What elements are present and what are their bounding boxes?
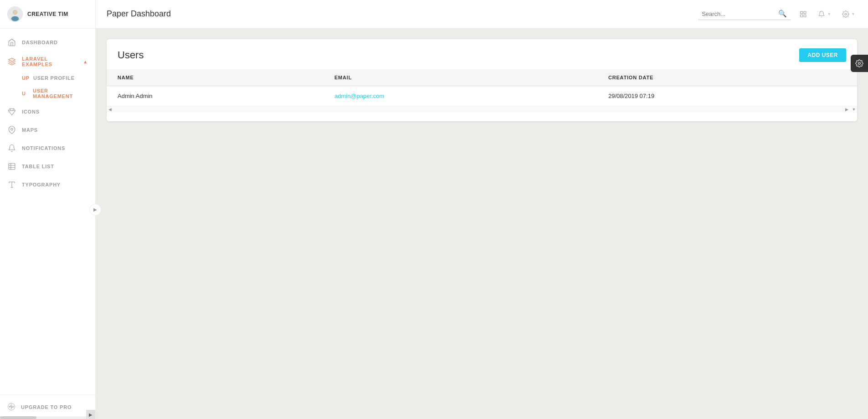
svg-point-14 (858, 62, 861, 65)
grid-icon-button[interactable] (798, 9, 809, 20)
table-body: Admin Admin admin@paper.com 29/08/2019 0… (107, 86, 857, 106)
svg-point-4 (11, 16, 19, 21)
rocket-icon (7, 403, 15, 412)
svg-rect-11 (801, 15, 803, 17)
sidebar-item-user-profile[interactable]: UP USER PROFILE (0, 72, 95, 84)
sidebar-item-typography[interactable]: TYPOGRAPHY (0, 176, 95, 194)
map-pin-icon (7, 125, 16, 134)
sidebar-item-label: MAPS (22, 127, 88, 133)
table-row: Admin Admin admin@paper.com 29/08/2019 0… (107, 86, 857, 106)
svg-rect-12 (804, 15, 806, 17)
card-title: Users (118, 49, 144, 61)
svg-rect-9 (801, 11, 803, 14)
scroll-right-arrow[interactable]: ▶ (843, 106, 850, 113)
dropdown-chevron: ▼ (827, 12, 831, 16)
column-email: EMAIL (324, 69, 597, 86)
cell-name: Admin Admin (107, 86, 324, 106)
nav-prefix: UP (22, 75, 30, 81)
table-wrapper: NAME EMAIL CREATION DATE Admin Admin adm… (107, 69, 857, 112)
page-title: Paper Dashboard (107, 9, 691, 19)
nav-prefix: U (22, 91, 29, 96)
sidebar: CREATIVE TIM DASHBOARD LARAVEL EXAMPLES … (0, 0, 96, 419)
search-input[interactable] (702, 10, 775, 17)
header: Paper Dashboard 🔍 ▼ ▼ (96, 0, 868, 28)
upgrade-label: UPGRADE TO PRO (21, 404, 72, 410)
sidebar-scrollbar (0, 416, 95, 419)
sidebar-item-dashboard[interactable]: DASHBOARD (0, 33, 95, 52)
settings-dropdown-chevron: ▼ (851, 12, 855, 16)
settings-side-panel (851, 55, 868, 72)
chevron-up-icon: ▲ (83, 59, 88, 64)
sidebar-item-label: TYPOGRAPHY (22, 182, 88, 187)
settings-icon-button[interactable]: ▼ (840, 9, 857, 20)
card-header: Users ADD USER (107, 39, 857, 69)
card-footer (107, 112, 857, 121)
sidebar-item-laravel-examples[interactable]: LARAVEL EXAMPLES ▲ (0, 52, 95, 72)
sidebar-item-maps[interactable]: MAPS (0, 121, 95, 139)
diamond-icon (7, 107, 16, 116)
type-icon (7, 180, 16, 189)
brand-name: CREATIVE TIM (27, 11, 68, 17)
sidebar-footer: UPGRADE TO PRO (0, 395, 95, 419)
sidebar-item-label: USER PROFILE (33, 75, 75, 81)
upgrade-to-pro-button[interactable]: UPGRADE TO PRO (7, 403, 88, 412)
avatar (7, 6, 23, 22)
sidebar-collapse-button[interactable]: ▶ (89, 204, 101, 216)
users-card: Users ADD USER NAME EMAIL CREATION DATE (107, 39, 857, 121)
cell-email: admin@paper.com (324, 86, 597, 106)
sidebar-item-label: LARAVEL EXAMPLES (22, 56, 77, 67)
sidebar-item-user-management[interactable]: U USER MANAGEMENT (0, 84, 95, 103)
sidebar-brand[interactable]: CREATIVE TIM (0, 0, 95, 29)
sidebar-item-label: NOTIFICATIONS (22, 145, 88, 151)
layers-icon (7, 57, 16, 66)
sidebar-navigation: DASHBOARD LARAVEL EXAMPLES ▲ UP USER PRO… (0, 29, 95, 395)
settings-panel-button[interactable] (851, 55, 868, 72)
scroll-left-arrow[interactable]: ◀ (107, 106, 113, 113)
svg-point-3 (13, 10, 17, 14)
svg-point-5 (11, 128, 13, 130)
search-icon[interactable]: 🔍 (778, 10, 787, 18)
table-header: NAME EMAIL CREATION DATE (107, 69, 857, 86)
sidebar-scrollbar-thumb (0, 416, 36, 419)
svg-rect-10 (804, 11, 806, 14)
sidebar-item-label: TABLE LIST (22, 164, 88, 169)
add-user-button[interactable]: ADD USER (799, 48, 846, 62)
main-area: Paper Dashboard 🔍 ▼ ▼ Users ADD USER (96, 0, 868, 419)
sidebar-item-icons[interactable]: ICONS (0, 103, 95, 121)
notifications-icon-button[interactable]: ▼ (816, 9, 833, 20)
sidebar-item-label: ICONS (22, 109, 88, 114)
users-table: NAME EMAIL CREATION DATE Admin Admin adm… (107, 69, 857, 106)
svg-rect-6 (9, 163, 15, 170)
content-area: Users ADD USER NAME EMAIL CREATION DATE (96, 28, 868, 419)
sidebar-item-table-list[interactable]: TABLE LIST (0, 157, 95, 176)
sidebar-item-label: DASHBOARD (22, 40, 88, 45)
scroll-down-arrow[interactable]: ▼ (851, 106, 857, 112)
bell-icon (7, 144, 16, 153)
sidebar-scroll-arrow[interactable]: ▶ (86, 410, 95, 419)
table-icon (7, 162, 16, 171)
sidebar-item-label: USER MANAGEMENT (33, 88, 88, 99)
header-actions: ▼ ▼ (798, 9, 857, 20)
search-form: 🔍 (698, 8, 791, 20)
column-creation-date: CREATION DATE (597, 69, 857, 86)
svg-point-13 (845, 13, 847, 15)
sidebar-item-notifications[interactable]: NOTIFICATIONS (0, 139, 95, 157)
column-name: NAME (107, 69, 324, 86)
home-icon (7, 38, 16, 47)
cell-creation-date: 29/08/2019 07:19 (597, 86, 857, 106)
table-scroll-bar: ◀ ▶ ▼ (107, 106, 857, 112)
